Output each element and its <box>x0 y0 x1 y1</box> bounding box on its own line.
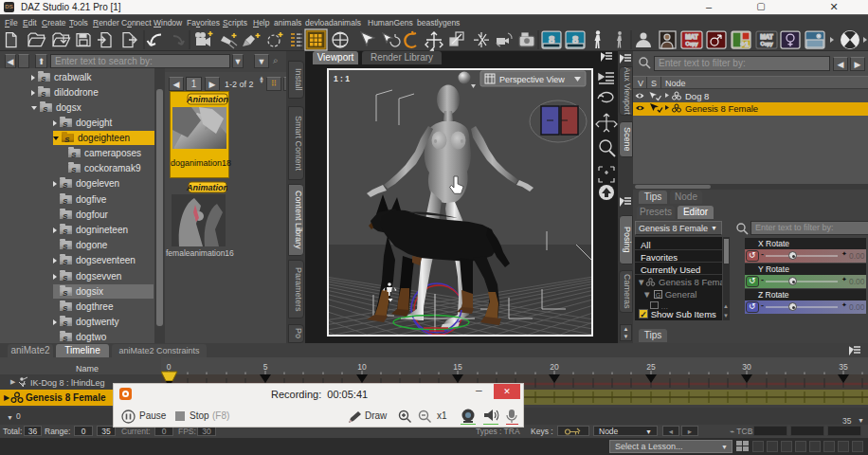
svg-text:25: 25 <box>646 362 656 372</box>
svg-text:Copy: Copy <box>761 41 773 46</box>
svg-text:+1: +1 <box>740 40 750 48</box>
svg-text:5: 5 <box>263 362 268 372</box>
svg-text:MAT: MAT <box>685 33 698 40</box>
svg-text:20: 20 <box>550 362 559 372</box>
svg-text:Copy: Copy <box>686 41 698 46</box>
svg-text:0: 0 <box>167 362 172 372</box>
svg-text:Animation: Animation <box>186 95 228 104</box>
svg-text:15: 15 <box>453 362 462 372</box>
svg-text:1 : 1: 1 : 1 <box>334 74 350 83</box>
svg-text:30: 30 <box>742 362 751 372</box>
svg-text:Animation: Animation <box>186 183 227 192</box>
svg-text:Perspective View: Perspective View <box>499 75 565 84</box>
svg-text:10: 10 <box>357 362 367 372</box>
svg-text:35: 35 <box>839 362 848 372</box>
svg-text:MAT: MAT <box>760 33 773 40</box>
